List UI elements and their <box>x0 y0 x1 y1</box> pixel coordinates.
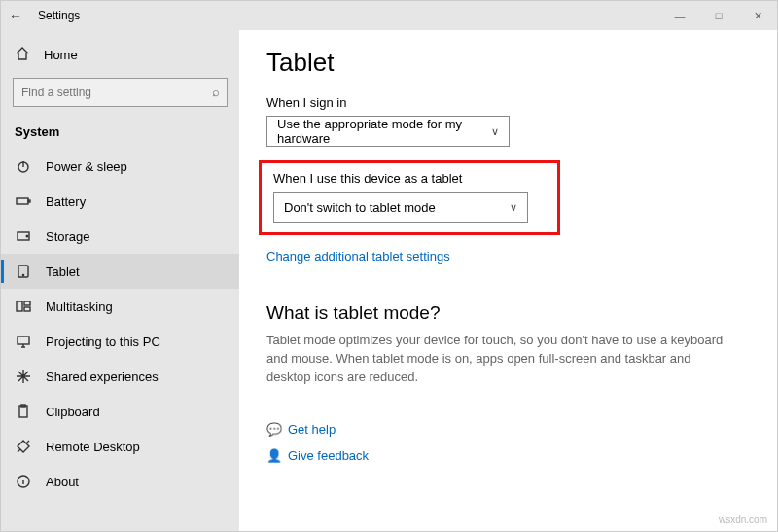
svg-rect-10 <box>18 337 29 344</box>
help-icon: 💬 <box>266 422 288 437</box>
chevron-down-icon: ∨ <box>510 201 517 214</box>
titlebar: ← Settings ― □ ✕ <box>1 1 777 30</box>
sidebar-item-remote-desktop[interactable]: Remote Desktop <box>1 429 239 464</box>
svg-rect-11 <box>19 406 27 417</box>
home-icon <box>15 46 32 64</box>
sidebar: Home ⌕ System Power & sleep Battery Stor… <box>1 30 239 531</box>
sidebar-item-label: Projecting to this PC <box>46 335 160 349</box>
window-title: Settings <box>38 9 80 22</box>
svg-rect-2 <box>28 200 30 202</box>
get-help-link[interactable]: Get help <box>288 422 336 437</box>
sidebar-item-about[interactable]: About <box>1 464 239 499</box>
get-help-row: 💬 Get help <box>266 422 750 437</box>
window-body: Home ⌕ System Power & sleep Battery Stor… <box>1 30 777 531</box>
device-dropdown-value: Don't switch to tablet mode <box>284 200 436 215</box>
about-icon <box>15 474 32 489</box>
svg-point-4 <box>26 235 28 237</box>
sidebar-item-clipboard[interactable]: Clipboard <box>1 394 239 429</box>
settings-window: ← Settings ― □ ✕ Home ⌕ System Power & s… <box>0 0 778 532</box>
device-label: When I use this device as a tablet <box>273 171 546 186</box>
chevron-down-icon: ∨ <box>491 125 499 138</box>
sidebar-item-label: Power & sleep <box>46 160 127 174</box>
close-button[interactable]: ✕ <box>738 1 777 30</box>
device-highlight-box: When I use this device as a tablet Don't… <box>259 160 560 235</box>
remote-icon <box>15 439 32 454</box>
sidebar-item-label: Battery <box>46 195 86 209</box>
svg-rect-1 <box>17 198 28 204</box>
sidebar-item-multitasking[interactable]: Multitasking <box>1 289 239 324</box>
battery-icon <box>15 194 32 209</box>
what-is-heading: What is tablet mode? <box>266 302 750 324</box>
content-area: Tablet When I sign in Use the appropriat… <box>239 30 777 531</box>
back-button[interactable]: ← <box>1 8 30 23</box>
search-icon: ⌕ <box>212 85 220 99</box>
sidebar-item-power-sleep[interactable]: Power & sleep <box>1 149 239 184</box>
svg-rect-8 <box>24 301 30 305</box>
multitasking-icon <box>15 299 32 314</box>
home-label: Home <box>44 48 78 62</box>
sidebar-item-label: Storage <box>46 230 90 244</box>
projecting-icon <box>15 334 32 349</box>
signin-dropdown[interactable]: Use the appropriate mode for my hardware… <box>266 116 510 147</box>
sidebar-item-label: About <box>46 475 79 489</box>
what-is-description: Tablet mode optimizes your device for to… <box>266 332 733 387</box>
sidebar-item-label: Remote Desktop <box>46 440 140 454</box>
home-link[interactable]: Home <box>1 38 239 72</box>
sidebar-item-storage[interactable]: Storage <box>1 219 239 254</box>
watermark: wsxdn.com <box>719 514 767 525</box>
sidebar-item-label: Shared experiences <box>46 370 159 384</box>
sidebar-item-battery[interactable]: Battery <box>1 184 239 219</box>
storage-icon <box>15 229 32 244</box>
search-input[interactable] <box>13 78 228 107</box>
shared-icon <box>15 369 32 384</box>
additional-settings-link[interactable]: Change additional tablet settings <box>266 249 750 264</box>
power-icon <box>15 159 32 174</box>
maximize-button[interactable]: □ <box>699 1 738 30</box>
sidebar-item-label: Clipboard <box>46 405 100 419</box>
minimize-button[interactable]: ― <box>660 1 699 30</box>
signin-dropdown-value: Use the appropriate mode for my hardware <box>277 117 491 146</box>
window-controls: ― □ ✕ <box>660 1 777 30</box>
tablet-icon <box>15 264 32 279</box>
device-dropdown[interactable]: Don't switch to tablet mode ∨ <box>273 192 528 223</box>
sidebar-item-shared-experiences[interactable]: Shared experiences <box>1 359 239 394</box>
svg-rect-9 <box>24 307 30 311</box>
page-title: Tablet <box>266 48 750 78</box>
svg-point-6 <box>22 274 23 275</box>
sidebar-item-tablet[interactable]: Tablet <box>1 254 239 289</box>
clipboard-icon <box>15 404 32 419</box>
give-feedback-row: 👤 Give feedback <box>266 448 750 463</box>
sidebar-item-label: Tablet <box>46 265 80 279</box>
group-header: System <box>1 119 239 149</box>
svg-rect-7 <box>17 301 22 311</box>
sidebar-item-label: Multitasking <box>46 300 113 314</box>
give-feedback-link[interactable]: Give feedback <box>288 448 369 463</box>
signin-label: When I sign in <box>266 95 750 110</box>
feedback-icon: 👤 <box>266 448 288 463</box>
sidebar-item-projecting[interactable]: Projecting to this PC <box>1 324 239 359</box>
search-wrap: ⌕ <box>13 78 228 107</box>
